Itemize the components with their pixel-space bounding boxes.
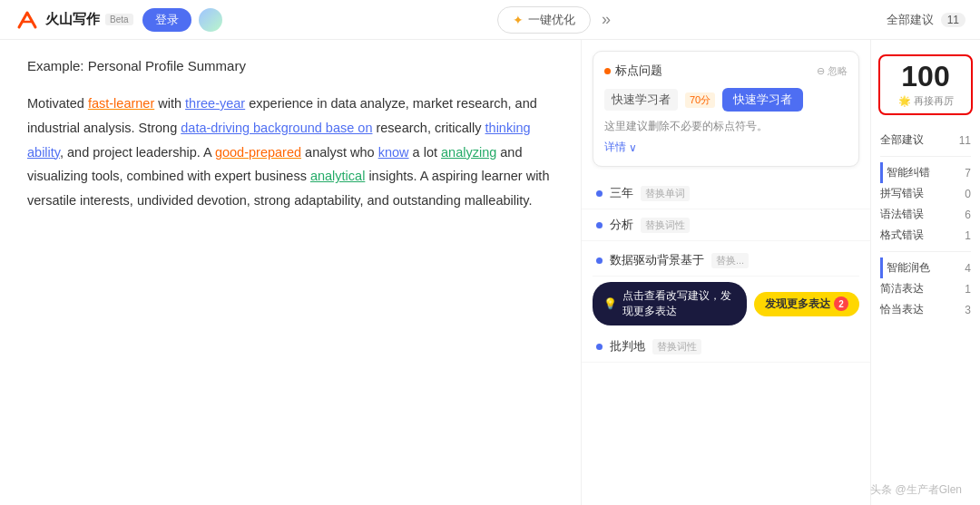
text-data-driving[interactable]: data-driving background base on [181,121,372,135]
chevron-down-icon: ∨ [629,141,637,154]
avatar[interactable] [199,8,222,32]
mini-title: 数据驱动背景基于 [610,252,704,268]
doc-body[interactable]: Motivated fast-learner with three-year e… [27,92,554,213]
doc-title: Example: Personal Profile Summary [27,58,554,73]
right-label-tone: 智能润色 [887,260,930,276]
text-fast-learner[interactable]: fast-learner [88,96,154,111]
suggestions-label: 全部建议 [887,12,934,28]
suggestions-count-badge: 11 [941,13,965,27]
optimize-button[interactable]: ✦ 一键优化 [497,6,591,34]
dot-icon [604,68,611,74]
suggestion-card-main: 标点问题 ⊖ 忽略 快速学习者 70分 快速学习者 这里建议删除不必要的标点符号… [593,51,859,167]
text-analytical[interactable]: analytical [310,169,365,183]
dot-icon [596,344,603,350]
detail-label: 详情 [604,140,626,155]
right-section-all: 全部建议 11 [871,130,980,151]
divider [880,251,971,252]
text-normal: a lot [409,145,441,160]
right-count-spell: 0 [965,188,971,200]
score-sublabel: 🌟 再接再厉 [887,94,964,108]
mini-title: 批判地 [610,338,645,354]
original-word: 快速学习者 [604,89,678,111]
right-item-format[interactable]: 格式错误 1 [880,225,971,246]
right-item-all[interactable]: 全部建议 11 [880,130,971,151]
text-normal: research, critically [372,121,485,135]
score-badge: 70分 [685,92,715,108]
right-item-concise[interactable]: 简洁表达 1 [880,278,971,299]
right-label-spell: 拼写错误 [880,186,924,201]
right-label-concise: 简洁表达 [880,281,924,296]
lightbulb-icon: 💡 [603,297,617,310]
text-normal: Motivated [27,96,88,111]
right-label-appropriate: 恰当表达 [880,302,924,317]
app-name: 火山写作 [45,11,100,28]
discover-button[interactable]: 发现更多表达 2 [754,292,859,316]
right-count-tone: 4 [965,262,971,275]
divider [880,156,971,157]
dot-icon [596,190,603,197]
right-count-appropriate: 3 [965,304,971,316]
ignore-label: 忽略 [828,64,848,78]
text-normal: with [154,96,185,111]
ignore-button[interactable]: ⊖ 忽略 [817,64,848,78]
mini-tag: 替换... [711,253,749,268]
dot-icon [596,257,603,264]
score-number: 100 [887,62,964,91]
text-analyzing[interactable]: analyzing [441,145,496,160]
card-desc: 这里建议删除不必要的标点符号。 [604,119,848,134]
right-item-spell[interactable]: 拼写错误 0 [880,183,971,204]
mini-suggestion-4[interactable]: 批判地 替换词性 [582,331,870,363]
card-title-area: 标点问题 [604,63,662,79]
beta-badge: Beta [105,14,133,25]
right-count-smart: 7 [965,167,971,180]
logo-area: 火山写作 Beta [15,7,133,33]
mini-suggestion-2[interactable]: 分析 替换词性 [582,209,870,241]
replace-button[interactable]: 快速学习者 [722,88,803,112]
optimize-label: 一键优化 [528,12,575,28]
score-sub-text: 再接再厉 [914,94,954,108]
right-label-grammar: 语法错误 [880,207,924,222]
right-count-format: 1 [965,229,971,242]
emoji-icon: 🌟 [898,95,911,107]
text-normal: , and project leadership. A [60,145,215,160]
right-item-tone[interactable]: 智能润色 4 [880,257,971,278]
mini-suggestion-3[interactable]: 数据驱动背景基于 替换... [593,245,859,277]
right-item-appropriate[interactable]: 恰当表达 3 [880,299,971,320]
text-normal: analyst who [301,145,378,160]
discover-count-badge: 2 [834,296,848,311]
logo-icon [15,7,40,33]
score-box: 100 🌟 再接再厉 [878,54,973,115]
word-row: 快速学习者 70分 快速学习者 [604,88,848,112]
mini-tag: 替换词性 [641,218,690,233]
right-section-polish-group: 智能润色 4 简洁表达 1 恰当表达 3 [871,257,980,320]
right-panel: 100 🌟 再接再厉 全部建议 11 智能纠错 7 拼写错误 0 [871,40,980,505]
mini-tag: 替换单词 [641,186,690,201]
header-right: 全部建议 11 [887,12,965,28]
right-item-grammar[interactable]: 语法错误 6 [880,204,971,225]
mini-suggestion-1[interactable]: 三年 替换单词 [582,178,870,209]
text-good-prepared[interactable]: good-prepared [215,145,301,160]
detail-button[interactable]: 详情 ∨ [604,140,848,155]
text-know[interactable]: know [378,145,409,160]
tooltip-message: 点击查看改写建议，发现更多表达 [622,288,736,319]
right-item-smart[interactable]: 智能纠错 7 [880,162,971,183]
suggestion-panel: 标点问题 ⊖ 忽略 快速学习者 70分 快速学习者 这里建议删除不必要的标点符号… [581,40,871,505]
right-label-smart: 智能纠错 [887,165,930,180]
mini-title: 三年 [610,185,633,201]
main-content: Example: Personal Profile Summary Motiva… [0,40,980,505]
header: 火山写作 Beta 登录 ✦ 一键优化 » 全部建议 11 [0,0,980,40]
discover-label: 发现更多表达 [765,296,830,312]
right-label-format: 格式错误 [880,228,924,243]
tooltip-text: 💡 点击查看改写建议，发现更多表达 [593,282,747,325]
mini-title: 分析 [610,217,633,233]
right-label-all: 全部建议 [880,132,924,148]
optimize-icon: ✦ [513,13,524,27]
right-section-smart-group: 智能纠错 7 拼写错误 0 语法错误 6 格式错误 1 [871,162,980,246]
editor-area[interactable]: Example: Personal Profile Summary Motiva… [0,40,581,505]
login-button[interactable]: 登录 [142,8,191,32]
dot-icon [596,222,603,228]
text-three-year[interactable]: three-year [185,96,245,111]
card-header: 标点问题 ⊖ 忽略 [604,63,848,79]
more-button[interactable]: » [602,10,611,29]
mini-tag: 替换词性 [652,339,701,354]
